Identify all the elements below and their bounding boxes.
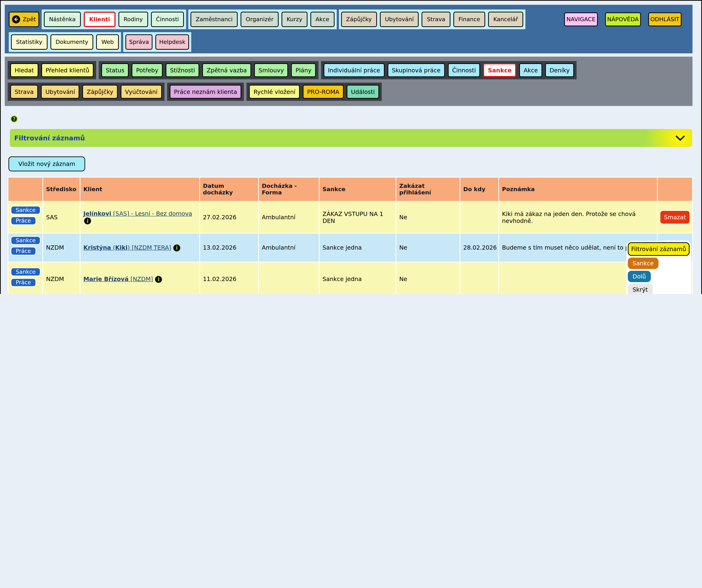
cell-dochazka: Ambulantní [259, 234, 319, 262]
back-button-label: Zpět [23, 16, 36, 23]
nav-button-innosti[interactable]: Činnosti [448, 63, 480, 77]
cell-klient: Kristýna (Kiki) [NZDM TERA]i [81, 234, 199, 262]
table-row: SankcePráceNZDMMarie Břízová [NZDM]i11.0… [8, 262, 692, 294]
nav-button-web[interactable]: Web [96, 34, 119, 50]
table-row: SankcePráceSASJelínkovi [SAS] - Lesní - … [8, 202, 692, 233]
nav-button-navigace[interactable]: NAVIGACE [564, 12, 598, 26]
nav-group: Rychlé vloženíPRO-ROMAUdálosti [247, 83, 382, 101]
nav-button-sankce-active[interactable]: Sankce [483, 63, 516, 77]
nav-button-ubytov-n[interactable]: Ubytování [41, 85, 80, 99]
nav-button-dokumenty[interactable]: Dokumenty [50, 34, 93, 50]
main-nav-groups-2: StatistikyDokumentyWebSprávaHelpdesk [9, 32, 194, 52]
nav-button-innosti[interactable]: Činnosti [151, 12, 184, 27]
nav-button-z-p-j-ky[interactable]: Zápůjčky [341, 12, 377, 27]
quick-panel-dol-button[interactable]: Dolů [628, 271, 651, 282]
nav-group: Práce neznám klienta [167, 83, 244, 101]
nav-button-status[interactable]: Status [101, 63, 129, 77]
nav-button-rodiny[interactable]: Rodiny [118, 12, 148, 27]
cell-delete: Smazat [658, 202, 692, 233]
main-nav-row-2: StatistikyDokumentyWebSprávaHelpdesk [9, 32, 689, 52]
cell-datum: 27.02.2026 [200, 202, 258, 233]
nav-button-vy-tov-n[interactable]: Vyúčtování [121, 85, 162, 99]
nav-button-odhl-sit[interactable]: ODHLÁSIT [648, 12, 682, 26]
quick-panel-filtrov-n-z-znam-button[interactable]: Filtrování záznamů [628, 242, 690, 256]
nav-button-pro-roma[interactable]: PRO-ROMA [303, 85, 344, 99]
nav-button-hledat[interactable]: Hledat [10, 63, 38, 77]
corner-buttons: NAVIGACENÁPOVĚDAODHLÁSIT [564, 12, 682, 26]
nav-button-akce[interactable]: Akce [519, 63, 542, 77]
nav-button-spr-va[interactable]: Správa [125, 34, 152, 50]
cell-dokdy [460, 202, 498, 233]
filter-records-bar[interactable]: Filtrování záznamů [10, 129, 692, 147]
cell-klient: Marie Břízová [NZDM]i [81, 262, 199, 294]
row-sankce-button[interactable]: Sankce [11, 236, 41, 245]
main-navigation-bar: Zpět NástěnkaKlientiRodinyČinnostiZaměst… [5, 5, 693, 53]
info-icon[interactable]: i [173, 244, 180, 251]
nav-button-ud-losti[interactable]: Události [347, 85, 379, 99]
cell-dochazka [259, 262, 319, 294]
row-pr-ce-button[interactable]: Práce [11, 278, 36, 287]
nav-button-smlouvy[interactable]: Smlouvy [254, 63, 288, 77]
client-link[interactable]: Jelínkovi [SAS] - Lesní - Bez domova [83, 210, 192, 217]
info-icon[interactable]: i [155, 276, 162, 283]
nav-button-kurzy[interactable]: Kurzy [281, 12, 308, 27]
nav-button-pot-eby[interactable]: Potřeby [132, 63, 163, 77]
quick-menu-panel: Filtrování záznamůSankceDolůSkrýt [626, 241, 691, 294]
nav-button-z-p-j-ky[interactable]: Zápůjčky [83, 85, 118, 99]
row-sankce-button[interactable]: Sankce [11, 268, 41, 276]
nav-button-pl-ny[interactable]: Plány [291, 63, 316, 77]
nav-button-st-nosti[interactable]: Stížnosti [165, 63, 200, 77]
row-pr-ce-button[interactable]: Práce [11, 216, 36, 225]
cell-klient: Jelínkovi [SAS] - Lesní - Bez domovai [81, 202, 199, 233]
nav-group: Individuální práceSkupinová práceČinnost… [321, 61, 577, 79]
client-link[interactable]: Kristýna (Kiki) [NZDM TERA] [83, 244, 171, 251]
nav-button-finance[interactable]: Finance [453, 12, 485, 27]
nav-button-strava[interactable]: Strava [10, 85, 38, 99]
quick-panel-sankce-button[interactable]: Sankce [628, 258, 659, 269]
nav-group: StatistikyDokumentyWeb [9, 32, 121, 52]
nav-button-organiz-r[interactable]: Organizér [241, 12, 278, 27]
nav-button-p-ehled-klient[interactable]: Přehled klientů [41, 63, 94, 77]
nav-button-n-pov-da[interactable]: NÁPOVĚDA [605, 12, 641, 26]
nav-button-skupinov-pr-ce[interactable]: Skupinová práce [387, 63, 445, 77]
cell-zakazat: Ne [396, 202, 460, 233]
delete-button[interactable]: Smazat [660, 210, 690, 225]
cell-sankce: Sankce jedna [320, 234, 395, 262]
nav-button-rychl-vlo-en[interactable]: Rychlé vložení [249, 85, 300, 99]
quick-panel-skr-t-button[interactable]: Skrýt [628, 284, 653, 294]
chevron-down-icon[interactable] [675, 135, 685, 141]
nav-button-den-ky[interactable]: Deníky [545, 63, 574, 77]
filter-records-title: Filtrování záznamů [14, 134, 85, 142]
info-icon[interactable]: i [84, 217, 91, 225]
column-header-datum-doch-zky: Datum docházky [200, 178, 258, 201]
nav-button-pr-ce-nezn-m-klienta[interactable]: Práce neznám klienta [169, 85, 241, 99]
nav-button-akce[interactable]: Akce [311, 12, 334, 27]
nav-group: StravaUbytováníZápůjčkyVyúčtování [8, 83, 164, 101]
nav-button-zp-tn-vazba[interactable]: Zpětná vazba [202, 63, 251, 77]
nav-button-kancel[interactable]: Kancelář [488, 12, 523, 27]
row-sankce-button[interactable]: Sankce [11, 206, 41, 214]
nav-group: HledatPřehled klientů [8, 61, 96, 79]
insert-new-record-button[interactable]: Vložit nový záznam [8, 156, 85, 171]
cell-zakazat: Ne [396, 262, 460, 294]
column-header-empty [8, 178, 42, 201]
nav-button-zam-stnanci[interactable]: Zaměstnanci [191, 12, 238, 27]
nav-button-n-st-nka[interactable]: Nástěnka [44, 12, 81, 27]
table-row: SankcePráceNZDMKristýna (Kiki) [NZDM TER… [8, 234, 692, 262]
nav-button-ubytov-n[interactable]: Ubytování [380, 12, 419, 27]
help-icon[interactable]: ? [11, 116, 17, 122]
back-button[interactable]: Zpět [9, 12, 39, 27]
nav-button-helpdesk[interactable]: Helpdesk [155, 34, 189, 50]
client-link[interactable]: Marie Břízová [NZDM] [83, 275, 153, 282]
nav-group: StatusPotřebyStížnostiZpětná vazbaSmlouv… [99, 61, 318, 79]
cell-stredisko: NZDM [43, 262, 80, 294]
section-nav-row-1: HledatPřehled klientůStatusPotřebyStížno… [8, 61, 690, 79]
cell-sankce: ZÁKAZ VSTUPU NA 1 DEN [320, 202, 395, 233]
row-pr-ce-button[interactable]: Práce [11, 247, 36, 256]
nav-button-klienti-active[interactable]: Klienti [84, 12, 116, 27]
nav-button-statistiky[interactable]: Statistiky [11, 34, 47, 50]
column-header-st-edisko: Středisko [43, 178, 80, 201]
nav-button-strava[interactable]: Strava [422, 12, 451, 27]
main-nav-groups: NástěnkaKlientiRodinyČinnostiZaměstnanci… [42, 9, 528, 29]
nav-button-individu-ln-pr-ce[interactable]: Individuální práce [324, 63, 385, 77]
